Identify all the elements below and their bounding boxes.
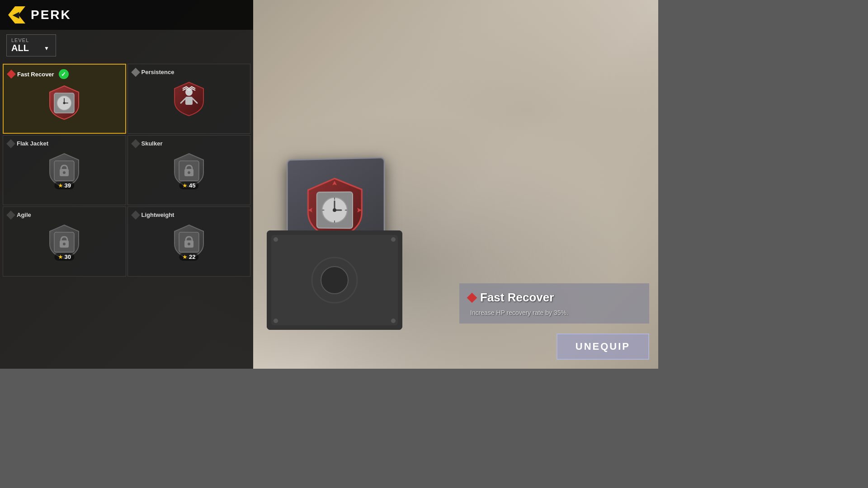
svg-point-13 (274, 319, 278, 323)
info-title: Fast Recover (480, 291, 554, 305)
dropdown-arrow-icon: ▼ (44, 45, 49, 52)
equipped-check-icon: ✓ (59, 69, 69, 79)
crate-svg (267, 230, 402, 330)
star-icon-lightweight: ★ (182, 253, 188, 260)
crate-display (258, 158, 429, 330)
perk-name-fast-recover: Fast Recover (17, 71, 54, 78)
perk-header-lightweight: Lightweight (132, 211, 175, 218)
perk-diamond-flak-jacket (6, 139, 15, 148)
perk-diamond-skulker (131, 139, 140, 148)
svg-point-21 (63, 102, 66, 104)
perk-header-fast-recover: Fast Recover ✓ (8, 69, 69, 79)
svg-point-16 (321, 267, 348, 294)
perk-header-flak-jacket: Flak Jacket (8, 140, 48, 147)
perk-icon-flak-jacket: ★ 39 (44, 150, 85, 190)
svg-point-31 (188, 171, 190, 174)
info-diamond-icon (467, 292, 477, 303)
currency-value-flak-jacket: 39 (65, 182, 71, 189)
perk-diamond-agile (6, 211, 15, 220)
perk-diamond-persistence (131, 68, 140, 77)
level-filter-dropdown[interactable]: LEVEL ALL ▼ (6, 34, 56, 56)
perk-cell-persistence[interactable]: Persistence (127, 64, 251, 134)
page-title: PERK (31, 8, 71, 22)
currency-badge-skulker: ★ 45 (179, 182, 198, 189)
svg-point-34 (63, 243, 66, 245)
back-button[interactable]: ◀ (8, 6, 25, 23)
svg-point-37 (188, 243, 190, 245)
perk-diamond-fast-recover (7, 70, 16, 79)
star-icon-skulker: ★ (182, 182, 188, 189)
perk-diamond-lightweight (131, 211, 140, 220)
svg-point-22 (185, 89, 193, 96)
currency-badge-agile: ★ 30 (55, 253, 74, 261)
currency-badge-lightweight: ★ 22 (179, 253, 198, 261)
perk-header-persistence: Persistence (132, 69, 175, 75)
level-label: LEVEL (11, 38, 49, 43)
header: ◀ PERK (0, 0, 253, 30)
currency-value-skulker: 45 (189, 182, 195, 189)
perk-name-persistence: Persistence (142, 69, 175, 75)
perk-cell-skulker[interactable]: Skulker ★ (127, 135, 251, 205)
fast-recover-icon-svg (44, 82, 84, 122)
level-value: ALL (11, 43, 29, 53)
back-arrow-icon: ◀ (13, 10, 19, 20)
perk-name-agile: Agile (17, 211, 31, 218)
level-value-row: ALL ▼ (11, 43, 49, 53)
perk-icon-fast-recover (44, 82, 85, 122)
perk-name-skulker: Skulker (142, 140, 163, 147)
perk-icon-agile: ★ 30 (44, 221, 85, 262)
svg-point-11 (274, 237, 278, 242)
crate-body (267, 230, 402, 330)
info-title-row: Fast Recover (468, 291, 640, 305)
info-panel: Fast Recover Increase HP recovery rate b… (459, 283, 649, 324)
perk-name-lightweight: Lightweight (142, 211, 175, 218)
svg-point-4 (333, 208, 336, 212)
perk-icon-lightweight: ★ 22 (169, 221, 209, 262)
perk-header-agile: Agile (8, 211, 31, 218)
star-icon: ★ (58, 182, 63, 189)
perk-cell-flak-jacket[interactable]: Flak Jacket (3, 135, 126, 205)
svg-rect-23 (185, 97, 193, 105)
perk-header-skulker: Skulker (132, 140, 163, 147)
currency-value-agile: 30 (65, 253, 71, 260)
svg-point-28 (63, 171, 66, 174)
perk-cell-lightweight[interactable]: Lightweight ★ (127, 206, 251, 277)
left-panel: ◀ PERK LEVEL ALL ▼ Fast Recover ✓ (0, 0, 253, 369)
currency-badge-flak-jacket: ★ 39 (55, 182, 74, 189)
perk-name-flak-jacket: Flak Jacket (17, 140, 48, 147)
perk-grid: Fast Recover ✓ (0, 64, 253, 277)
star-icon-agile: ★ (58, 253, 63, 260)
perk-icon-skulker: ★ 45 (169, 150, 209, 190)
unequip-button[interactable]: UNEQUIP (557, 333, 649, 360)
svg-point-14 (391, 319, 396, 323)
info-description: Increase HP recovery rate by 35%. (468, 309, 640, 316)
perk-cell-agile[interactable]: Agile ★ (3, 206, 126, 277)
persistence-icon-svg (169, 79, 209, 118)
perk-icon-persistence (169, 78, 209, 119)
perk-cell-fast-recover[interactable]: Fast Recover ✓ (3, 64, 126, 134)
svg-point-12 (391, 237, 396, 242)
currency-value-lightweight: 22 (189, 253, 195, 260)
